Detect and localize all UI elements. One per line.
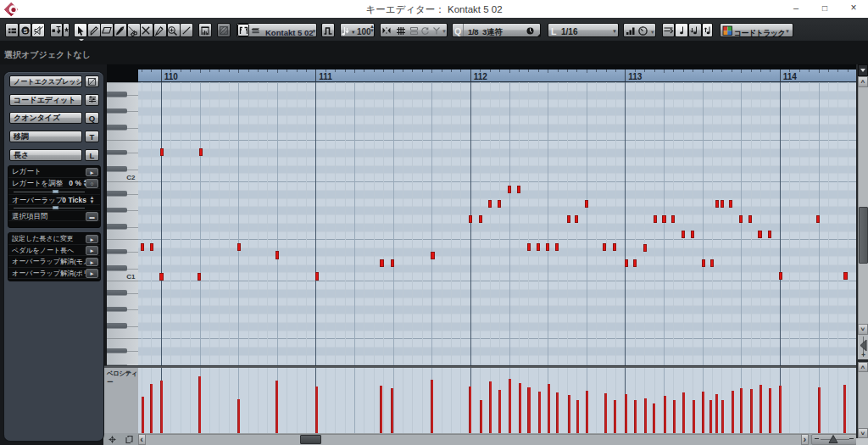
svg-text:S: S — [23, 27, 27, 35]
